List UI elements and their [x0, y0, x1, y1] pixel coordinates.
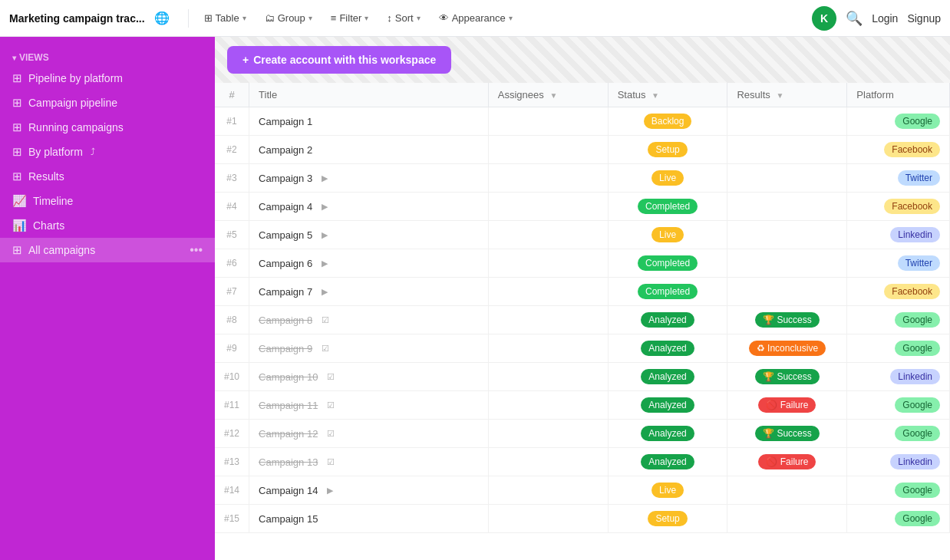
plus-icon: +	[242, 54, 249, 66]
check-icon[interactable]: ☑	[322, 315, 329, 325]
cell-results: 🚫 Failure	[727, 391, 847, 420]
expand-icon[interactable]: ▶	[322, 259, 328, 268]
platform-badge: Google	[895, 397, 940, 413]
cell-platform: Google	[847, 334, 950, 363]
avatar[interactable]: K	[812, 6, 836, 31]
cell-title[interactable]: Campaign 15	[249, 505, 489, 533]
cell-title[interactable]: Campaign 4▶	[249, 193, 489, 221]
cell-platform: Facebook	[847, 136, 950, 164]
cell-title[interactable]: Campaign 7▶	[249, 278, 489, 306]
cell-assignees	[488, 193, 608, 221]
all-campaigns-icon: ⊞	[12, 243, 22, 257]
table-row[interactable]: #7Campaign 7▶CompletedFacebook	[215, 278, 950, 306]
table-row[interactable]: #10Campaign 10☑Analyzed🏆 SuccessLinkedin	[215, 363, 950, 391]
sidebar-item-by-platform[interactable]: ⊞ By platform ⤴	[0, 140, 215, 164]
cell-title[interactable]: Campaign 9☑	[249, 334, 489, 363]
cell-assignees	[488, 221, 608, 249]
check-icon[interactable]: ☑	[327, 400, 335, 410]
expand-icon[interactable]: ▶	[322, 230, 328, 240]
cell-title[interactable]: Campaign 14▶	[249, 476, 489, 505]
views-section-label[interactable]: ▾ Views	[12, 52, 203, 63]
appearance-button[interactable]: 👁 Appearance ▾	[433, 9, 519, 27]
expand-icon[interactable]: ▶	[322, 202, 328, 212]
col-platform[interactable]: Platform	[847, 83, 950, 107]
cell-title[interactable]: Campaign 11☑	[249, 391, 489, 420]
cell-title[interactable]: Campaign 3▶	[249, 164, 489, 193]
more-icon[interactable]: •••	[190, 243, 203, 257]
sidebar-item-results[interactable]: ⊞ Results	[0, 164, 215, 189]
create-account-button[interactable]: + Create account with this workspace	[227, 46, 451, 74]
cell-title[interactable]: Campaign 8☑	[249, 306, 489, 334]
table-row[interactable]: #8Campaign 8☑Analyzed🏆 SuccessGoogle	[215, 306, 950, 334]
table-row[interactable]: #6Campaign 6▶CompletedTwitter	[215, 249, 950, 278]
share-icon: ⤴	[91, 147, 95, 157]
sidebar-item-label: Timeline	[33, 195, 73, 207]
table-chevron: ▾	[242, 14, 246, 22]
group-label: Group	[278, 12, 305, 24]
cell-title[interactable]: Campaign 12☑	[249, 420, 489, 448]
cell-results	[727, 476, 847, 505]
cell-status: Live	[608, 476, 727, 505]
results-sort-icon: ▼	[776, 91, 783, 100]
expand-icon[interactable]: ▶	[322, 287, 328, 297]
sidebar-item-all-campaigns[interactable]: ⊞ All campaigns •••	[0, 238, 215, 262]
cell-results	[727, 278, 847, 306]
cell-assignees	[488, 505, 608, 533]
table-row[interactable]: #15Campaign 15SetupGoogle	[215, 505, 950, 533]
col-title[interactable]: Title	[249, 83, 489, 107]
cell-num: #8	[215, 306, 249, 334]
cell-title[interactable]: Campaign 2	[249, 136, 489, 164]
sort-button[interactable]: ↕ Sort ▾	[381, 9, 426, 27]
check-icon[interactable]: ☑	[327, 372, 335, 382]
signup-button[interactable]: Signup	[907, 12, 941, 25]
timeline-icon: 📈	[12, 194, 27, 208]
sidebar: ▾ Views ⊞ Pipeline by platform ⊞ Campaig…	[0, 37, 215, 560]
expand-icon[interactable]: ▶	[322, 173, 328, 183]
cell-title[interactable]: Campaign 13☑	[249, 448, 489, 476]
group-icon: 🗂	[265, 12, 275, 24]
assignees-sort-icon: ▼	[549, 91, 557, 100]
table-row[interactable]: #5Campaign 5▶LiveLinkedin	[215, 221, 950, 249]
table-row[interactable]: #1Campaign 1BacklogGoogle	[215, 107, 950, 136]
table-row[interactable]: #9Campaign 9☑Analyzed♻ InconclusiveGoogl…	[215, 334, 950, 363]
status-badge: Setup	[648, 142, 687, 157]
table-row[interactable]: #3Campaign 3▶LiveTwitter	[215, 164, 950, 193]
sidebar-item-charts[interactable]: 📊 Charts	[0, 213, 215, 238]
sidebar-item-pipeline-by-platform[interactable]: ⊞ Pipeline by platform	[0, 66, 215, 91]
content: + Create account with this workspace # T…	[215, 37, 950, 560]
check-icon[interactable]: ☑	[322, 344, 329, 354]
cell-status: Completed	[608, 278, 727, 306]
check-icon[interactable]: ☑	[327, 429, 335, 439]
table-row[interactable]: #4Campaign 4▶CompletedFacebook	[215, 193, 950, 221]
expand-icon[interactable]: ▶	[327, 486, 333, 496]
globe-icon: 🌐	[154, 11, 170, 25]
table-row[interactable]: #11Campaign 11☑Analyzed🚫 FailureGoogle	[215, 391, 950, 420]
col-results[interactable]: Results ▼	[727, 83, 847, 107]
cell-title[interactable]: Campaign 5▶	[249, 221, 489, 249]
table-row[interactable]: #13Campaign 13☑Analyzed🚫 FailureLinkedin	[215, 448, 950, 476]
cell-title[interactable]: Campaign 10☑	[249, 363, 489, 391]
cell-assignees	[488, 249, 608, 278]
check-icon[interactable]: ☑	[327, 457, 335, 467]
platform-badge: Google	[895, 426, 940, 441]
login-button[interactable]: Login	[872, 12, 898, 25]
cell-title[interactable]: Campaign 6▶	[249, 249, 489, 278]
cell-status: Live	[608, 164, 727, 193]
col-status[interactable]: Status ▼	[608, 83, 727, 107]
cell-title[interactable]: Campaign 1	[249, 107, 489, 136]
table-row[interactable]: #12Campaign 12☑Analyzed🏆 SuccessGoogle	[215, 420, 950, 448]
col-assignees[interactable]: Assignees ▼	[488, 83, 608, 107]
filter-button[interactable]: ≡ Filter ▾	[325, 9, 374, 27]
charts-icon: 📊	[12, 219, 27, 232]
platform-badge: Google	[895, 312, 940, 328]
sidebar-item-running-campaigns[interactable]: ⊞ Running campaigns	[0, 115, 215, 140]
sidebar-item-timeline[interactable]: 📈 Timeline	[0, 189, 215, 213]
table-button[interactable]: ⊞ Table ▾	[198, 9, 252, 27]
table-row[interactable]: #14Campaign 14▶LiveGoogle	[215, 476, 950, 505]
platform-badge: Twitter	[898, 170, 940, 186]
group-button[interactable]: 🗂 Group ▾	[259, 9, 318, 27]
search-button[interactable]: 🔍	[846, 10, 863, 27]
campaign-title: Campaign 11	[259, 400, 318, 411]
table-row[interactable]: #2Campaign 2SetupFacebook	[215, 136, 950, 164]
sidebar-item-campaign-pipeline[interactable]: ⊞ Campaign pipeline	[0, 91, 215, 115]
